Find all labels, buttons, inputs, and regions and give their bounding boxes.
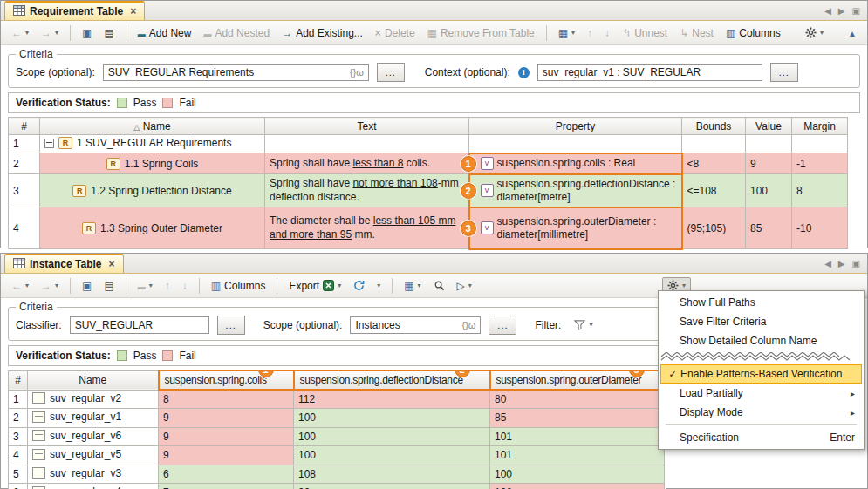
view-mode-button[interactable]: ▾ bbox=[399, 278, 426, 294]
scope-input[interactable]: SUV_REGULAR Requirements{}ω bbox=[103, 64, 369, 81]
cell-num[interactable]: 3 bbox=[9, 174, 40, 207]
table-row[interactable]: 4 suv_regular_v5 9 100 101 bbox=[9, 446, 665, 465]
cell-margin[interactable]: 8 bbox=[792, 174, 848, 207]
cell-name[interactable]: suv_regular_v1 bbox=[28, 409, 159, 428]
cell-text[interactable]: The diameter shall be less than 105 mm a… bbox=[265, 207, 469, 249]
cell-bounds[interactable]: (95;105) bbox=[682, 207, 746, 249]
tab-requirement-table[interactable]: Requirement Table × bbox=[4, 1, 145, 20]
scope-input[interactable]: Instances{}ω bbox=[350, 316, 481, 334]
remove-from-table-button[interactable]: Remove From Table bbox=[422, 24, 540, 42]
cell-deflection[interactable]: 100 bbox=[294, 409, 490, 428]
cell-value[interactable]: 9 bbox=[746, 153, 792, 174]
column-header-bounds[interactable]: Bounds bbox=[682, 118, 746, 135]
cell-name[interactable]: suv_regular_v6 bbox=[28, 427, 159, 446]
table-row[interactable]: 5 suv_regular_v3 6 108 100 bbox=[9, 465, 665, 484]
report-button[interactable] bbox=[99, 25, 119, 41]
insert-options-button[interactable]: ▾ bbox=[553, 25, 580, 41]
cell-num[interactable]: 2 bbox=[9, 153, 40, 174]
cell-property[interactable]: 2suspension.spring.deflectionDistance : … bbox=[469, 174, 682, 207]
tab-instance-table[interactable]: Instance Table × bbox=[4, 254, 124, 273]
refresh-options-button[interactable]: ▾ bbox=[372, 280, 386, 292]
column-header-num[interactable]: # bbox=[9, 370, 28, 390]
maximize-icon[interactable] bbox=[852, 260, 860, 268]
filter-button[interactable]: ▾ bbox=[569, 317, 598, 333]
table-row[interactable]: 6 suv_regular_v4 7 90 106 bbox=[9, 484, 665, 489]
report-button[interactable] bbox=[99, 278, 119, 294]
forward-button[interactable]: ▾ bbox=[36, 25, 64, 41]
collapse-node-icon[interactable] bbox=[44, 139, 54, 148]
cell-name[interactable]: 1.1 Spring Coils bbox=[40, 153, 265, 174]
cell-deflection[interactable]: 108 bbox=[294, 465, 490, 484]
cell-name[interactable]: suv_regular_v5 bbox=[28, 446, 159, 465]
cell-text[interactable] bbox=[265, 135, 469, 153]
column-header-text[interactable]: Text bbox=[265, 118, 469, 135]
table-row[interactable]: 2 suv_regular_v1 9 100 85 bbox=[9, 409, 665, 428]
cell-num[interactable]: 2 bbox=[9, 409, 28, 428]
cell-deflection[interactable]: 112 bbox=[294, 390, 490, 409]
cell-bounds[interactable]: <8 bbox=[682, 153, 746, 174]
menu-item-show-detailed-column-name[interactable]: Show Detailed Column Name bbox=[660, 331, 862, 350]
cell-diameter[interactable]: 80 bbox=[490, 390, 665, 409]
cell-num[interactable]: 4 bbox=[9, 207, 40, 249]
forward-button[interactable]: ▾ bbox=[36, 278, 64, 294]
cell-num[interactable]: 1 bbox=[9, 135, 40, 153]
cell-num[interactable]: 1 bbox=[9, 390, 28, 409]
maximize-icon[interactable] bbox=[852, 7, 860, 16]
menu-item-specification[interactable]: SpecificationEnter bbox=[660, 428, 862, 447]
cell-coils[interactable]: 6 bbox=[159, 465, 294, 484]
column-header-deflection-distance[interactable]: 2suspension.spring.deflectionDistance bbox=[294, 370, 490, 390]
move-up-button[interactable] bbox=[582, 25, 598, 41]
cell-diameter[interactable]: 85 bbox=[490, 409, 665, 428]
column-header-num[interactable]: # bbox=[9, 118, 40, 135]
add-nested-button[interactable]: Add Nested bbox=[198, 24, 275, 42]
move-up-button[interactable] bbox=[160, 278, 175, 294]
cell-coils[interactable]: 7 bbox=[159, 484, 294, 489]
cell-diameter[interactable]: 100 bbox=[490, 465, 665, 484]
cell-text[interactable]: Spring shall have not more than 108-mm d… bbox=[265, 174, 469, 207]
table-row[interactable]: 4 1.3 Spring Outer Diameter The diameter… bbox=[9, 207, 848, 249]
cell-margin[interactable]: -1 bbox=[792, 153, 848, 174]
menu-item-show-full-paths[interactable]: Show Full Paths bbox=[660, 293, 862, 312]
cell-deflection[interactable]: 100 bbox=[294, 446, 490, 465]
cell-deflection[interactable]: 90 bbox=[294, 484, 490, 489]
tab-scroll-right-icon[interactable] bbox=[838, 7, 845, 16]
close-icon[interactable]: × bbox=[130, 5, 136, 17]
gear-button[interactable]: ▾ bbox=[800, 24, 829, 41]
menu-item-display-mode[interactable]: Display Mode bbox=[660, 403, 862, 422]
validate-button[interactable]: ▾ bbox=[452, 278, 477, 294]
copy-button[interactable] bbox=[77, 278, 97, 294]
cell-name[interactable]: 1.3 Spring Outer Diameter bbox=[40, 207, 265, 249]
tab-scroll-right-icon[interactable] bbox=[838, 260, 845, 268]
column-header-property[interactable]: Property bbox=[469, 118, 682, 135]
context-input[interactable]: suv_regular_v1 : SUV_REGULAR bbox=[537, 64, 762, 81]
cell-value[interactable] bbox=[746, 135, 792, 153]
table-row[interactable]: 1 suv_regular_v2 8 112 80 bbox=[9, 390, 665, 409]
close-icon[interactable]: × bbox=[108, 258, 114, 270]
menu-item-load-partially[interactable]: Load Partially bbox=[660, 384, 862, 403]
column-header-margin[interactable]: Margin bbox=[792, 118, 848, 135]
column-header-coils[interactable]: 1suspension.spring.coils bbox=[159, 370, 294, 390]
columns-button[interactable]: Columns bbox=[721, 24, 786, 42]
search-button[interactable] bbox=[428, 277, 450, 294]
column-header-value[interactable]: Value bbox=[746, 118, 792, 135]
cell-num[interactable]: 5 bbox=[9, 465, 28, 484]
cell-coils[interactable]: 9 bbox=[159, 427, 294, 446]
cell-property[interactable]: 3suspension.spring.outerDiameter : diame… bbox=[469, 207, 682, 249]
cell-num[interactable]: 6 bbox=[9, 484, 28, 489]
cell-diameter[interactable]: 101 bbox=[490, 446, 665, 465]
collapse-toolbar-button[interactable] bbox=[843, 25, 862, 41]
cell-diameter[interactable]: 106 bbox=[490, 484, 665, 489]
cell-margin[interactable] bbox=[792, 135, 848, 153]
move-down-button[interactable] bbox=[177, 278, 193, 294]
columns-button[interactable]: Columns bbox=[206, 277, 271, 295]
cell-name[interactable]: 1.2 Spring Deflection Distance bbox=[40, 174, 265, 207]
scope-browse-button[interactable]: ... bbox=[489, 316, 516, 335]
table-row[interactable]: 1 1 SUV_REGULAR Requirements bbox=[9, 135, 848, 153]
context-browse-button[interactable]: ... bbox=[770, 63, 798, 82]
delete-button[interactable]: Delete bbox=[370, 24, 420, 42]
cell-name[interactable]: suv_regular_v2 bbox=[28, 390, 159, 409]
info-icon[interactable]: i bbox=[518, 67, 530, 78]
cell-value[interactable]: 85 bbox=[746, 207, 792, 249]
classifier-input[interactable]: SUV_REGULAR bbox=[70, 316, 209, 334]
cell-name[interactable]: 1 SUV_REGULAR Requirements bbox=[40, 135, 265, 153]
